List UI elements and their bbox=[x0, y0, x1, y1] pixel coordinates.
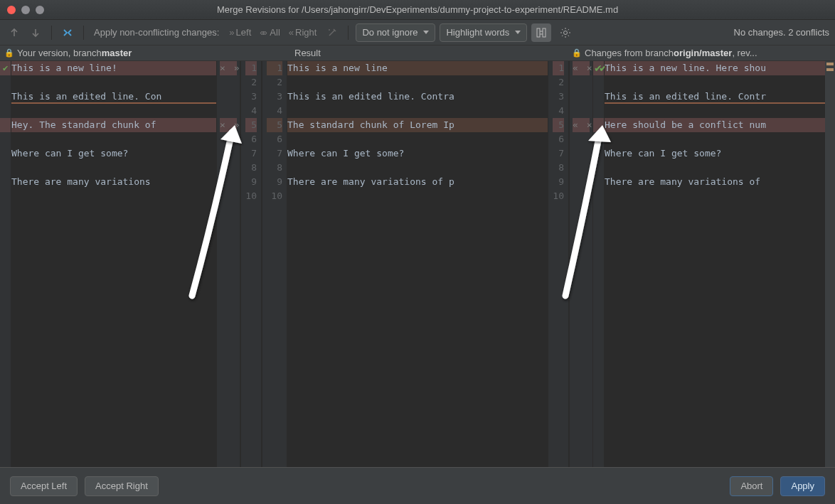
apply-all-button[interactable]: «» All bbox=[257, 26, 283, 39]
magic-resolve-button[interactable] bbox=[324, 24, 341, 41]
ruler-mark[interactable] bbox=[826, 68, 834, 71]
right-header-post: , rev... bbox=[732, 48, 757, 58]
apply-right-button[interactable]: «Right bbox=[286, 26, 320, 39]
bottom-bar: Accept Left Accept Right Abort Apply bbox=[0, 467, 835, 504]
right-action-gutter[interactable]: « ×« × bbox=[569, 61, 593, 467]
accept-right-button[interactable]: Accept Right bbox=[85, 476, 159, 496]
zoom-window-icon[interactable] bbox=[36, 6, 44, 14]
result-header: Result bbox=[294, 48, 321, 58]
right-header-branch: origin/master bbox=[674, 48, 732, 58]
right-marker-col: ✔✔ bbox=[593, 61, 605, 467]
next-change-button[interactable] bbox=[27, 24, 44, 41]
lock-icon: 🔒 bbox=[4, 48, 14, 58]
minimize-window-icon[interactable] bbox=[21, 6, 30, 14]
close-window-icon[interactable] bbox=[7, 6, 16, 14]
merge-toolbar: Apply non-conflicting changes: »Left «» … bbox=[0, 20, 835, 45]
conflict-status: No changes. 2 conflicts bbox=[734, 27, 829, 38]
svg-point-3 bbox=[564, 31, 568, 34]
settings-button[interactable] bbox=[555, 23, 575, 42]
left-editor[interactable]: This is a new line!This is an edited lin… bbox=[11, 61, 216, 467]
mid-line-gutter: 12345678910 bbox=[262, 61, 287, 467]
highlight-dropdown-label: Highlight words bbox=[446, 27, 509, 38]
titlebar: Merge Revisions for /Users/jahongirr/Dev… bbox=[0, 0, 835, 20]
prev-change-button[interactable] bbox=[6, 24, 23, 41]
svg-rect-1 bbox=[537, 28, 540, 37]
apply-label: Apply non-conflicting changes: bbox=[94, 27, 219, 38]
overview-ruler[interactable] bbox=[825, 61, 835, 467]
left-header-branch: master bbox=[102, 48, 132, 58]
window-title: Merge Revisions for /Users/jahongirr/Dev… bbox=[0, 4, 835, 15]
result-editor[interactable]: This is a new lineThis is an edited line… bbox=[287, 61, 548, 467]
diff-panes: ✔ This is a new line!This is an edited l… bbox=[0, 61, 835, 467]
accept-left-button[interactable]: Accept Left bbox=[10, 476, 78, 496]
svg-rect-2 bbox=[543, 28, 546, 37]
left-marker-col: ✔ bbox=[0, 61, 11, 467]
chevron-down-icon bbox=[515, 31, 521, 34]
apply-left-button[interactable]: »Left bbox=[226, 26, 254, 39]
compare-toggle-button[interactable] bbox=[59, 24, 76, 41]
ignore-dropdown-label: Do not ignore bbox=[362, 27, 418, 38]
chevron-down-icon bbox=[423, 31, 429, 34]
apply-all-label: All bbox=[270, 27, 280, 38]
right-editor[interactable]: This is a new line. Here shouThis is an … bbox=[605, 61, 825, 467]
ruler-mark[interactable] bbox=[826, 63, 834, 65]
svg-point-0 bbox=[329, 29, 330, 31]
ignore-dropdown[interactable]: Do not ignore bbox=[356, 23, 435, 42]
left-action-gutter[interactable]: × »× » bbox=[216, 61, 240, 467]
left-header-pre: Your version, branch bbox=[17, 48, 102, 58]
apply-button[interactable]: Apply bbox=[780, 476, 825, 496]
left-line-gutter: 12345678910 bbox=[240, 61, 262, 467]
apply-group: »Left «» All «Right bbox=[226, 26, 319, 39]
lock-icon: 🔒 bbox=[572, 48, 582, 58]
apply-right-label: Right bbox=[295, 27, 317, 38]
sync-scroll-button[interactable] bbox=[531, 23, 551, 42]
right-line-gutter: 12345678910 bbox=[548, 61, 569, 467]
apply-left-label: Left bbox=[236, 27, 252, 38]
highlight-dropdown[interactable]: Highlight words bbox=[440, 23, 527, 42]
window-controls bbox=[7, 6, 44, 14]
abort-button[interactable]: Abort bbox=[730, 476, 773, 496]
gear-icon bbox=[560, 27, 571, 38]
right-header-pre: Changes from branch bbox=[585, 48, 674, 58]
pane-headers: 🔒Your version, branch master Result 🔒Cha… bbox=[0, 45, 835, 61]
